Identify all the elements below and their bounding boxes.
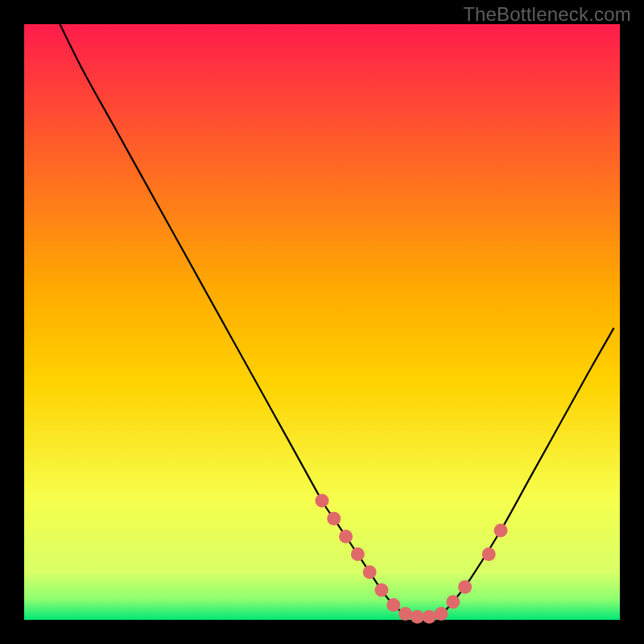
- curve-marker: [398, 607, 412, 621]
- curve-marker: [316, 494, 329, 508]
- curve-marker: [375, 584, 389, 597]
- curve-marker: [327, 512, 341, 526]
- curve-marker: [458, 580, 472, 594]
- chart-stage: { "watermark": "TheBottleneck.com", "col…: [0, 0, 644, 644]
- plot-area: [24, 24, 620, 620]
- curve-marker: [363, 565, 377, 579]
- curve-marker: [411, 610, 424, 624]
- curve-marker: [494, 524, 508, 538]
- curve-marker: [435, 607, 448, 621]
- curve-marker: [339, 530, 353, 543]
- curve-marker: [351, 547, 365, 561]
- watermark-text: TheBottleneck.com: [463, 3, 631, 26]
- curve-marker: [423, 610, 436, 624]
- chart-svg: [0, 0, 644, 644]
- curve-marker: [482, 547, 496, 561]
- curve-marker: [386, 598, 400, 612]
- curve-marker: [446, 595, 460, 609]
